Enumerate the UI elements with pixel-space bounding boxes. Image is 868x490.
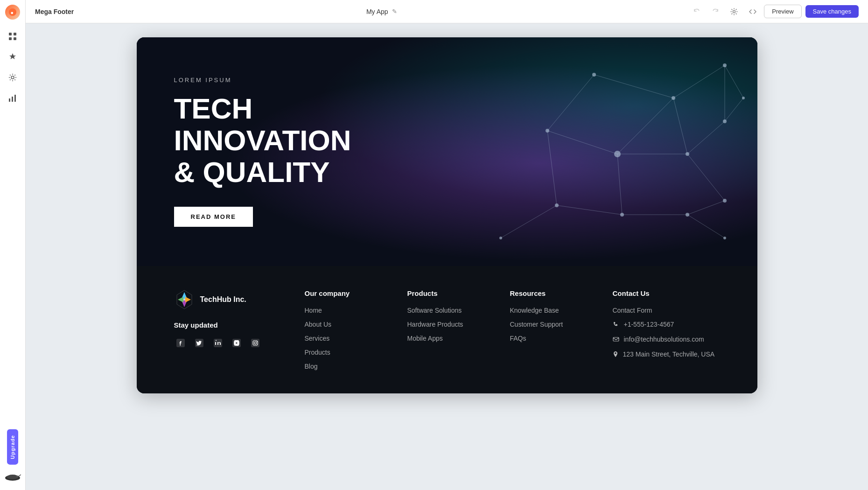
svg-point-35 xyxy=(672,96,675,100)
list-item[interactable]: FAQs xyxy=(510,335,603,342)
svg-point-34 xyxy=(592,73,596,77)
linkedin-icon[interactable] xyxy=(211,336,224,350)
sidebar: ● Upgrade xyxy=(0,0,26,490)
sidebar-bottom: Upgrade xyxy=(4,429,21,485)
sidebar-icon-pin[interactable] xyxy=(4,49,21,65)
footer-col-resources-heading: Resources xyxy=(510,289,603,297)
hero-cta-button[interactable]: READ MORE xyxy=(174,207,253,227)
list-item[interactable]: Knowledge Base xyxy=(510,307,603,314)
svg-line-19 xyxy=(617,98,673,154)
topbar: Mega Footer My App ✎ Preview Save change… xyxy=(26,0,868,23)
svg-rect-9 xyxy=(14,95,16,102)
list-item[interactable]: Home xyxy=(305,307,398,314)
hero-subtitle: LOREM IPSUM xyxy=(174,77,351,84)
list-item[interactable]: Customer Support xyxy=(510,321,603,328)
save-button[interactable]: Save changes xyxy=(805,5,859,18)
topbar-title: Mega Footer xyxy=(35,8,74,15)
svg-line-27 xyxy=(557,205,622,215)
svg-line-29 xyxy=(725,65,743,98)
preview-button[interactable]: Preview xyxy=(764,5,801,18)
topbar-actions: Preview Save changes xyxy=(689,4,859,19)
list-item[interactable]: Services xyxy=(305,335,398,342)
svg-point-37 xyxy=(546,129,549,133)
instagram-icon[interactable] xyxy=(249,336,262,350)
svg-rect-57 xyxy=(232,339,241,347)
svg-text:●: ● xyxy=(11,10,14,15)
undo-button[interactable] xyxy=(689,4,704,19)
preview-container: LOREM IPSUM TECH INNOVATION & QUALITY RE… xyxy=(137,37,757,393)
svg-point-45 xyxy=(742,97,745,99)
code-button[interactable] xyxy=(745,4,760,19)
sidebar-icon-grid[interactable] xyxy=(4,28,21,45)
sidebar-icon-settings[interactable] xyxy=(4,69,21,86)
svg-rect-8 xyxy=(12,97,13,102)
upgrade-button[interactable]: Upgrade xyxy=(7,429,18,465)
svg-point-47 xyxy=(723,237,726,239)
contact-address-item: 123 Main Street, Techville, USA xyxy=(613,350,743,359)
footer-logo-text: TechHub Inc. xyxy=(200,295,246,304)
canvas-area: LOREM IPSUM TECH INNOVATION & QUALITY RE… xyxy=(26,23,868,490)
svg-point-61 xyxy=(256,341,257,342)
main-area: Mega Footer My App ✎ Preview Save change… xyxy=(26,0,868,490)
svg-point-46 xyxy=(499,237,502,239)
svg-point-12 xyxy=(16,476,18,477)
svg-point-44 xyxy=(723,199,727,203)
footer-logo-icon xyxy=(174,289,195,310)
list-item[interactable]: Hardware Products xyxy=(407,321,501,328)
footer-col-resources: Resources Knowledge Base Customer Suppor… xyxy=(510,289,603,370)
social-icons xyxy=(174,336,295,350)
edit-icon[interactable]: ✎ xyxy=(392,8,397,15)
settings-button[interactable] xyxy=(727,4,742,19)
svg-point-42 xyxy=(620,213,624,217)
app-name-label: My App xyxy=(366,8,388,15)
facebook-icon[interactable] xyxy=(174,336,187,350)
svg-line-17 xyxy=(673,65,725,98)
footer-col-company: Our company Home About Us Services Produ… xyxy=(305,289,398,370)
contact-form-label[interactable]: Contact Form xyxy=(613,307,652,314)
svg-marker-51 xyxy=(178,297,183,302)
list-item[interactable]: Mobile Apps xyxy=(407,335,501,342)
svg-line-24 xyxy=(687,121,725,154)
list-item[interactable]: About Us xyxy=(305,321,398,328)
topbar-center: My App ✎ xyxy=(79,8,684,15)
svg-rect-62 xyxy=(613,337,619,341)
skunk-icon xyxy=(4,472,21,482)
svg-rect-58 xyxy=(251,339,259,347)
contact-phone: +1-555-123-4567 xyxy=(624,321,674,328)
svg-rect-7 xyxy=(9,98,10,102)
app-logo: ● xyxy=(5,5,20,20)
list-item[interactable]: Software Solutions xyxy=(407,307,501,314)
svg-rect-2 xyxy=(9,33,12,35)
sidebar-icon-analytics[interactable] xyxy=(4,90,21,106)
contact-address: 123 Main Street, Techville, USA xyxy=(623,350,715,358)
footer-col-products-heading: Products xyxy=(407,289,501,297)
phone-icon xyxy=(613,321,619,329)
location-icon xyxy=(613,351,618,359)
footer-col-company-heading: Our company xyxy=(305,289,398,297)
svg-rect-3 xyxy=(14,33,16,35)
list-item[interactable]: Products xyxy=(305,349,398,356)
svg-point-41 xyxy=(555,203,559,207)
footer-brand: TechHub Inc. Stay updated xyxy=(174,289,295,370)
list-item[interactable]: Blog xyxy=(305,363,398,370)
contact-email: info@techhubsolutions.com xyxy=(624,336,704,343)
svg-line-13 xyxy=(18,475,21,476)
svg-rect-4 xyxy=(9,37,12,40)
redo-button[interactable] xyxy=(708,4,723,19)
footer-logo-row: TechHub Inc. xyxy=(174,289,295,310)
twitter-icon[interactable] xyxy=(193,336,206,350)
footer-col-contact: Contact Us Contact Form +1-555-123-4567 xyxy=(613,289,743,370)
youtube-icon[interactable] xyxy=(230,336,243,350)
svg-line-28 xyxy=(687,201,725,215)
svg-line-15 xyxy=(594,75,673,98)
svg-line-16 xyxy=(547,75,594,131)
network-graphic xyxy=(407,37,757,266)
footer-col-contact-heading: Contact Us xyxy=(613,289,743,297)
svg-line-18 xyxy=(673,98,687,154)
svg-line-23 xyxy=(617,154,622,215)
svg-line-25 xyxy=(687,154,725,201)
contact-form-item: Contact Form xyxy=(613,307,743,314)
svg-point-40 xyxy=(723,119,727,123)
svg-line-32 xyxy=(687,215,725,238)
svg-point-6 xyxy=(11,76,14,79)
